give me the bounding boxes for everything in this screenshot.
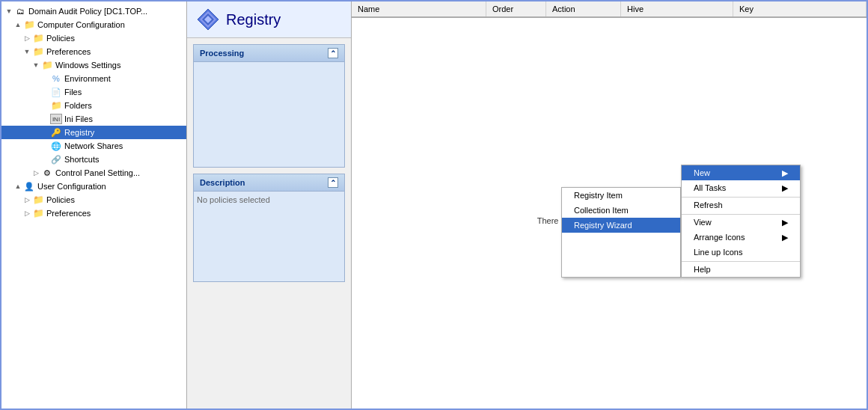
tree-item-environment[interactable]: % Environment: [1, 72, 186, 85]
description-label: Description: [200, 178, 245, 187]
col-action: Action: [546, 1, 621, 16]
tree-item-user-policies[interactable]: ▷ 📁 Policies: [1, 193, 186, 206]
expand-icon: [40, 101, 49, 110]
tree-item-shortcuts[interactable]: 🔗 Shortcuts: [1, 153, 186, 166]
tree-item-control-panel[interactable]: ▷ ⚙ Control Panel Setting...: [1, 166, 186, 180]
description-collapse-btn[interactable]: ⌃: [328, 177, 338, 188]
main-window: ▼ 🗂 Domain Audit Policy [DC1.TOP... ▲ 📁 …: [0, 0, 868, 410]
user-icon: 👤: [23, 181, 35, 192]
context-item-help[interactable]: Help: [682, 261, 800, 277]
folder-icon: 📁: [32, 208, 44, 218]
folder-icon: 📁: [23, 19, 35, 30]
no-policies-text: No policies selected: [197, 195, 270, 204]
expand-icon: [40, 141, 49, 150]
context-submenu-right: New ▶ All Tasks ▶ Refresh View ▶ Arrange…: [681, 165, 801, 278]
processing-collapse-btn[interactable]: ⌃: [328, 48, 338, 58]
tree-item-registry[interactable]: 🔑 Registry: [1, 126, 186, 139]
col-hive: Hive: [621, 1, 733, 16]
context-item-refresh[interactable]: Refresh: [682, 197, 800, 212]
tree-label: Policies: [46, 195, 75, 204]
description-header: Description ⌃: [194, 174, 344, 192]
shortcuts-icon: 🔗: [50, 154, 62, 165]
expand-icon: [40, 74, 49, 83]
expand-icon[interactable]: ▼: [31, 61, 40, 70]
expand-icon[interactable]: ▷: [31, 168, 40, 177]
env-icon: %: [50, 73, 62, 84]
context-item-arrange-icons[interactable]: Arrange Icons ▶: [682, 230, 800, 245]
context-item-view[interactable]: View ▶: [682, 214, 800, 230]
processing-header: Processing ⌃: [194, 45, 344, 62]
registry-header-icon: [196, 7, 220, 31]
tree-item-ini-files[interactable]: INI Ini Files: [1, 112, 186, 126]
tree-item-policies[interactable]: ▷ 📁 Policies: [1, 31, 186, 45]
context-item-registry-wizard[interactable]: Registry Wizard: [562, 218, 680, 233]
tree-item-files[interactable]: 📄 Files: [1, 85, 186, 99]
expand-icon[interactable]: ▷: [22, 209, 31, 218]
context-item-line-up-icons[interactable]: Line up Icons: [682, 245, 800, 260]
control-panel-icon: ⚙: [41, 168, 53, 178]
tree-label: User Configuration: [37, 182, 106, 191]
expand-icon[interactable]: ▷: [22, 34, 31, 43]
expand-icon: [40, 88, 49, 97]
tree-panel: ▼ 🗂 Domain Audit Policy [DC1.TOP... ▲ 📁 …: [1, 1, 187, 409]
tree-label: Domain Audit Policy [DC1.TOP...: [28, 7, 147, 16]
folder-icon: 📁: [50, 100, 62, 111]
expand-icon[interactable]: ▲: [13, 20, 22, 29]
folder-icon: 📁: [32, 195, 44, 205]
registry-icon: 🔑: [50, 127, 62, 138]
expand-icon[interactable]: ▲: [13, 182, 22, 191]
tree-label: Folders: [64, 101, 92, 110]
col-name: Name: [352, 1, 486, 16]
tree-item-user-preferences[interactable]: ▷ 📁 Preferences: [1, 206, 186, 220]
list-header: Name Order Action Hive Key: [352, 1, 867, 18]
description-section: Description ⌃ No policies selected: [193, 174, 345, 282]
tree-item-preferences[interactable]: ▼ 📁 Preferences: [1, 45, 186, 58]
tree-label: Policies: [46, 34, 75, 43]
tree-item-folders[interactable]: 📁 Folders: [1, 99, 186, 112]
tree-label: Ini Files: [64, 114, 93, 123]
right-panel: Name Order Action Hive Key There are no …: [352, 1, 867, 409]
folder-icon: 📁: [32, 33, 44, 43]
expand-icon: [40, 114, 49, 123]
tree-item-user-config[interactable]: ▲ 👤 User Configuration: [1, 180, 186, 193]
tree-item-network-shares[interactable]: 🌐 Network Shares: [1, 139, 186, 153]
policy-icon: 🗂: [14, 6, 26, 16]
expand-icon[interactable]: ▼: [22, 47, 31, 56]
context-submenu-left: Registry Item Collection Item Registry W…: [561, 187, 681, 278]
folder-icon: 📁: [41, 60, 53, 70]
context-item-new[interactable]: New ▶: [682, 165, 800, 180]
tree-label: Shortcuts: [64, 155, 99, 164]
col-key: Key: [733, 1, 867, 16]
tree-item-computer-config[interactable]: ▲ 📁 Computer Configuration: [1, 18, 186, 31]
middle-panel: Registry Processing ⌃ Description ⌃ No p…: [187, 1, 352, 409]
tree-label: Files: [64, 88, 82, 97]
context-item-registry-item[interactable]: Registry Item: [562, 188, 680, 203]
tree-item-windows-settings[interactable]: ▼ 📁 Windows Settings: [1, 58, 186, 72]
ini-icon: INI: [50, 114, 62, 124]
tree-label: Network Shares: [64, 141, 123, 150]
arrow-icon: ▶: [782, 168, 788, 178]
arrow-icon: ▶: [782, 183, 788, 193]
context-item-collection-item[interactable]: Collection Item: [562, 203, 680, 218]
processing-section: Processing ⌃: [193, 44, 345, 168]
tree-label: Windows Settings: [55, 61, 120, 70]
col-order: Order: [486, 1, 546, 16]
tree-item-domain[interactable]: ▼ 🗂 Domain Audit Policy [DC1.TOP...: [1, 4, 186, 18]
files-icon: 📄: [50, 87, 62, 97]
processing-content: [194, 62, 344, 167]
arrow-icon: ▶: [782, 218, 788, 227]
registry-header: Registry: [187, 1, 351, 38]
description-content: No policies selected: [194, 192, 344, 281]
registry-title: Registry: [226, 11, 281, 28]
tree-label: Preferences: [46, 209, 91, 218]
tree-label: Control Panel Setting...: [55, 168, 140, 177]
tree-label: Registry: [64, 128, 94, 137]
tree-container: ▼ 🗂 Domain Audit Policy [DC1.TOP... ▲ 📁 …: [1, 1, 186, 223]
expand-icon[interactable]: ▷: [22, 195, 31, 204]
arrow-icon: ▶: [782, 233, 788, 242]
expand-icon[interactable]: ▼: [4, 7, 13, 16]
processing-label: Processing: [200, 49, 244, 58]
context-menu: Registry Item Collection Item Registry W…: [561, 166, 801, 278]
context-item-all-tasks[interactable]: All Tasks ▶: [682, 180, 800, 195]
tree-label: Environment: [64, 74, 111, 83]
